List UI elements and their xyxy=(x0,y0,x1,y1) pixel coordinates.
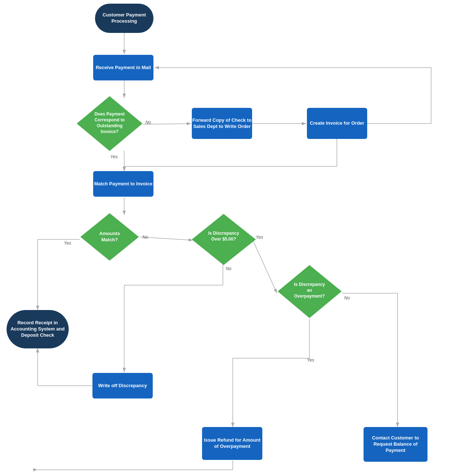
node-match-payment: Match Payment to Invoice xyxy=(93,171,153,197)
svg-text:Is Discrepancy: Is Discrepancy xyxy=(294,282,325,287)
label-no4: No xyxy=(344,295,350,301)
node-create-invoice: Create Invoice for Order xyxy=(307,108,367,139)
svg-text:Over $5.00?: Over $5.00? xyxy=(211,237,236,242)
svg-text:Correspond to: Correspond to xyxy=(95,117,125,122)
label-yes2: Yes xyxy=(64,241,71,246)
svg-text:Overpayment?: Overpayment? xyxy=(294,294,325,299)
svg-text:Match?: Match? xyxy=(101,237,118,242)
svg-text:Outstanding: Outstanding xyxy=(97,123,123,128)
label-yes4: Yes xyxy=(307,358,314,363)
node-start: Customer Payment Processing xyxy=(95,4,153,33)
svg-text:Invoice?: Invoice? xyxy=(101,129,119,134)
node-record-receipt: Record Receipt in Accounting System and … xyxy=(7,310,69,348)
label-yes1: Yes xyxy=(110,154,118,159)
node-amounts-match: Amounts Match? xyxy=(79,211,141,262)
svg-text:Amounts: Amounts xyxy=(99,231,120,236)
node-write-off: Write off Discrepancy xyxy=(92,373,153,398)
svg-text:Is Discrepancy: Is Discrepancy xyxy=(208,231,239,236)
node-does-payment-correspond: Does Payment Correspond to Outstanding I… xyxy=(75,94,144,153)
label-no3: No xyxy=(226,266,231,271)
node-contact-customer: Contact Customer to Request Balance of P… xyxy=(364,427,427,462)
svg-text:an: an xyxy=(307,288,312,293)
label-yes3: Yes xyxy=(256,235,263,240)
flowchart: Customer Payment Processing Receive Paym… xyxy=(0,0,460,476)
node-receive-payment: Receive Payment in Mail xyxy=(93,55,153,80)
label-no1: No xyxy=(145,120,151,125)
node-is-discrepancy-overpayment: Is Discrepancy an Overpayment? xyxy=(276,263,343,320)
node-issue-refund: Issue Refund for Amount of Overpayment xyxy=(202,427,262,460)
svg-text:Does Payment: Does Payment xyxy=(95,112,125,117)
node-forward-check: Forward Copy of Check to Sales Dept to W… xyxy=(192,108,252,139)
node-is-discrepancy-over: Is Discrepancy Over $5.00? xyxy=(190,212,258,267)
label-no2: No xyxy=(142,235,148,240)
